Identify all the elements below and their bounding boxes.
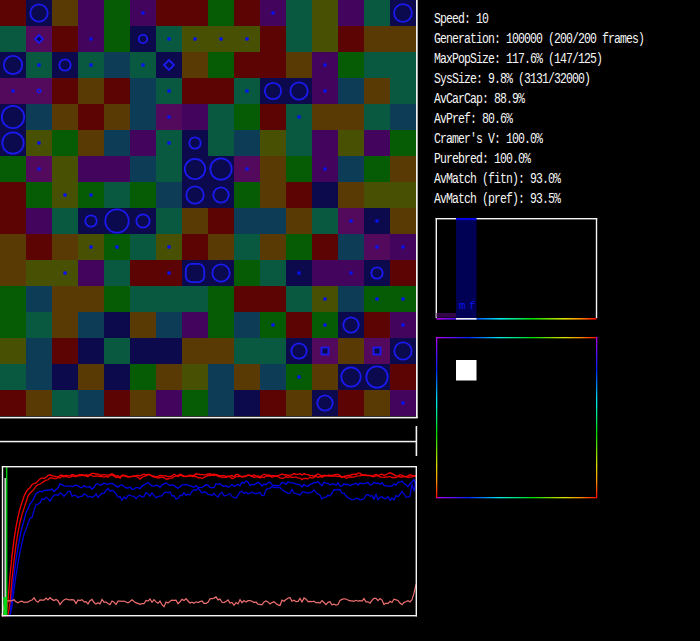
svg-text:f: f <box>469 300 476 312</box>
svg-text:m: m <box>459 300 466 312</box>
